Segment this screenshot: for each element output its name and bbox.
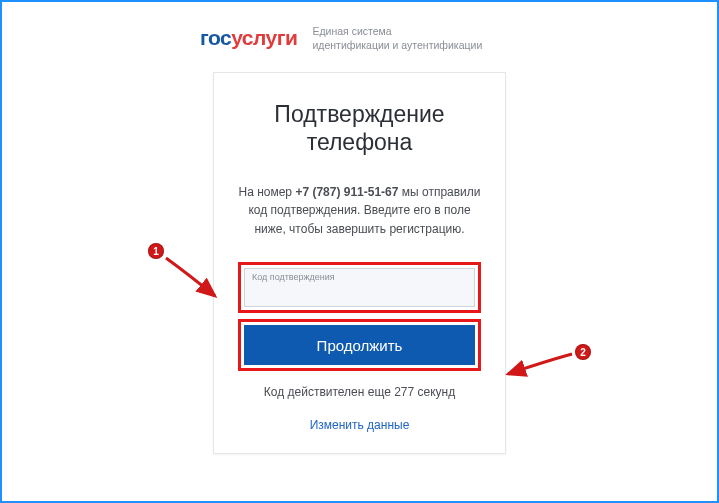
change-data-link[interactable]: Изменить данные: [310, 418, 410, 432]
code-input-label: Код подтверждения: [252, 272, 467, 282]
timer-suffix: секунд: [414, 385, 455, 399]
annotation-arrow-2: [498, 352, 578, 386]
code-input[interactable]: [252, 283, 467, 300]
tagline-line1: Единая система: [312, 24, 482, 38]
code-input-highlight: Код подтверждения: [238, 262, 481, 313]
instruction-text: На номер +7 (787) 911-51-67 мы отправили…: [238, 183, 481, 239]
timer-prefix: Код действителен еще: [264, 385, 394, 399]
title-line2: телефона: [307, 129, 413, 155]
tagline: Единая система идентификации и аутентифи…: [312, 24, 482, 52]
logo-part2: услуги: [231, 26, 297, 49]
title-line1: Подтверждение: [274, 101, 444, 127]
logo-part1: гос: [200, 26, 231, 49]
page-title: Подтверждение телефона: [238, 101, 481, 156]
continue-button-highlight: Продолжить: [238, 319, 481, 371]
code-input-container[interactable]: Код подтверждения: [244, 268, 475, 307]
timer-seconds: 277: [394, 385, 414, 399]
msg-prefix: На номер: [238, 185, 295, 199]
tagline-line2: идентификации и аутентификации: [312, 38, 482, 52]
annotation-badge-2: 2: [575, 344, 591, 360]
phone-number: +7 (787) 911-51-67: [295, 185, 398, 199]
header: госуслуги Единая система идентификации и…: [2, 2, 717, 52]
countdown-text: Код действителен еще 277 секунд: [238, 385, 481, 399]
annotation-badge-1: 1: [148, 243, 164, 259]
logo: госуслуги: [200, 26, 297, 50]
verification-card: Подтверждение телефона На номер +7 (787)…: [213, 72, 506, 454]
continue-button[interactable]: Продолжить: [244, 325, 475, 365]
